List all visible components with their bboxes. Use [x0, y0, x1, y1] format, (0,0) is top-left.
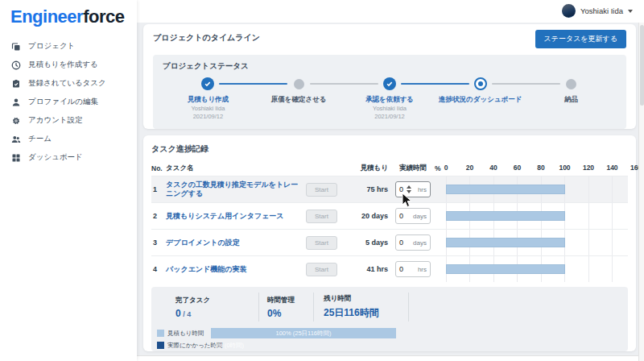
scrollbar[interactable]: [638, 23, 644, 361]
time-unit: hrs: [418, 266, 427, 273]
projects-icon: [11, 42, 21, 52]
create-estimate-icon: [11, 60, 21, 70]
actual-time-input[interactable]: 0 hrs: [395, 181, 431, 197]
axis-tick: 140: [606, 164, 617, 172]
actual-bar-track: 0% (0時間): [211, 340, 396, 351]
edit-profile-icon: [11, 98, 21, 107]
brand-logo-part1: Engineer: [10, 6, 83, 27]
team-icon: [11, 135, 21, 144]
task-name-link[interactable]: バックエンド機能の実装: [166, 265, 306, 274]
stat-label: 完了タスク: [175, 296, 258, 305]
step-label: 納品: [564, 95, 578, 105]
task-estimate: 41 hrs: [354, 265, 391, 273]
actual-bar-text: 0% (0時間): [214, 342, 244, 350]
progress-bar: [446, 211, 565, 221]
chart-axis: 0 20 40 60 80 100 120 140 160: [446, 164, 636, 173]
task-no: 1: [151, 185, 166, 193]
sidebar-item-create-estimate[interactable]: 見積もりを作成する: [0, 56, 137, 74]
brand-logo-part2: force: [83, 6, 124, 27]
user-menu[interactable]: Yoshiaki Iida: [562, 4, 633, 18]
estimate-total-bar: 100% (25日116時間): [211, 328, 396, 338]
start-button[interactable]: Start: [306, 263, 337, 276]
col-actual: 実績時間: [391, 164, 435, 173]
col-estimate: 見積もり: [354, 164, 391, 173]
axis-tick: 20: [466, 164, 473, 172]
actual-time-input[interactable]: 0 days: [395, 234, 431, 251]
axis-tick: 120: [583, 164, 594, 172]
user-name: Yoshiaki Iida: [580, 6, 623, 15]
status-panel-title: プロジェクトステータス: [163, 61, 617, 72]
time-unit: days: [413, 213, 427, 220]
completed-total: / 4: [181, 310, 192, 318]
registered-tasks-icon: [11, 79, 21, 89]
task-no: 3: [151, 239, 166, 247]
step-check-icon: [383, 77, 396, 90]
task-row: 1 タスクの工数見積り推定モデルをトレーニングする Start 75 hrs 0…: [151, 176, 628, 202]
legend-estimate-label: 見積もり時間: [167, 330, 204, 338]
step-label: 原価を確定させる: [271, 95, 327, 105]
sidebar-item-projects[interactable]: プロジェクト: [0, 37, 137, 56]
axis-tick: 80: [537, 164, 544, 172]
start-button[interactable]: Start: [306, 236, 337, 250]
number-spinner[interactable]: [407, 185, 411, 193]
task-name-link[interactable]: デプロイメントの設定: [166, 239, 306, 247]
user-avatar[interactable]: [562, 4, 576, 18]
page-footer: [137, 355, 638, 361]
sidebar-item-edit-profile[interactable]: プロファイルの編集: [0, 93, 137, 111]
step-pending-icon: [294, 79, 304, 89]
task-no: 4: [151, 265, 166, 273]
sidebar-item-registered-tasks[interactable]: 登録されているタスク: [0, 74, 137, 93]
actual-time-value: 0: [399, 212, 403, 220]
dashboard-icon: [11, 153, 21, 163]
stat-label: 時間管理: [267, 296, 313, 305]
stat-remaining-time: 残り時間 25日116時間: [314, 293, 409, 322]
top-header: Yoshiaki Iida: [137, 0, 644, 23]
start-button[interactable]: Start: [306, 183, 337, 197]
legend-actual: 実際にかかった時間: [155, 342, 204, 350]
task-name-link[interactable]: タスクの工数見積り推定モデルをトレーニングする: [166, 180, 306, 198]
sidebar-item-label: アカウント設定: [28, 115, 83, 126]
task-estimate: 20 days: [354, 212, 391, 220]
step-date: 2021/09/12: [193, 113, 224, 121]
time-value: 0%: [267, 308, 313, 319]
scrollbar-thumb[interactable]: [640, 25, 644, 106]
col-name: タスク名: [166, 164, 306, 173]
start-button[interactable]: Start: [306, 210, 337, 223]
task-row: 4 バックエンド機能の実装 Start 41 hrs 0 hrs: [151, 255, 628, 282]
actual-time-value: 0: [399, 185, 403, 193]
col-no: No.: [151, 164, 166, 172]
brand-logo[interactable]: Engineerforce: [0, 0, 137, 37]
step-label: 承認を依頼する: [365, 95, 414, 105]
sidebar: Engineerforce プロジェクト 見積もりを作成する 登録されているタス…: [0, 0, 137, 361]
sidebar-item-team[interactable]: チーム: [0, 130, 137, 148]
task-card-title: タスク進捗記録: [151, 143, 628, 155]
step-connector: [219, 83, 287, 85]
update-status-button[interactable]: ステータスを更新する: [535, 30, 626, 48]
time-unit: hrs: [418, 186, 427, 193]
actual-time-input[interactable]: 0 days: [395, 208, 431, 224]
stat-completed-tasks: 完了タスク 0 / 4: [155, 293, 259, 322]
task-estimate: 75 hrs: [354, 185, 391, 193]
task-progress-card: タスク進捗記録 No. タスク名 見積もり 実績時間 % 0 20 40 60 …: [143, 135, 636, 351]
legend-actual-swatch-icon: [157, 342, 164, 349]
step-assignee: Yoshiaki Iida: [373, 105, 407, 113]
axis-tick: 100: [559, 164, 570, 172]
task-estimate: 5 days: [354, 239, 391, 247]
task-row: 3 デプロイメントの設定 Start 5 days 0 days: [151, 229, 628, 255]
summary-panel: 完了タスク 0 / 4 時間管理 0% 残り時間 25日116時間 見積もり時間…: [151, 287, 628, 351]
time-unit: days: [413, 239, 427, 247]
step-pending-icon: [566, 79, 576, 89]
task-row: 2 見積もりシステム用インタフェース Start 20 days 0 days: [151, 202, 628, 229]
sidebar-item-account-settings[interactable]: アカウント設定: [0, 111, 137, 130]
remaining-value: 25日116時間: [324, 306, 408, 320]
legend-estimate: 見積もり時間: [155, 330, 204, 338]
step-date: 2021/09/12: [374, 113, 405, 121]
actual-time-input[interactable]: 0 hrs: [395, 261, 431, 277]
progress-bar: [446, 238, 565, 247]
sidebar-item-dashboard[interactable]: ダッシュボード: [0, 148, 137, 167]
step-label: 見積もり作成: [188, 95, 229, 105]
step-connector: [310, 83, 378, 85]
actual-time-value: 0: [399, 265, 403, 273]
task-name-link[interactable]: 見積もりシステム用インタフェース: [166, 212, 306, 221]
sidebar-item-label: 見積もりを作成する: [28, 60, 98, 70]
